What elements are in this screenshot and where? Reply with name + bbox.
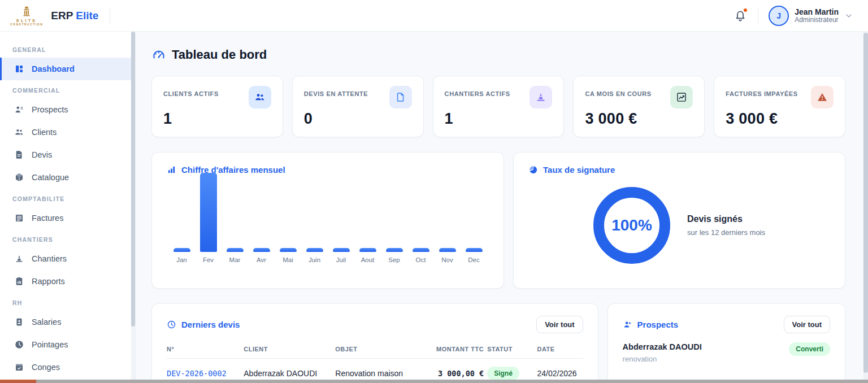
clock-icon	[167, 320, 176, 329]
signature-donut: 100%	[593, 187, 670, 264]
page-scrollbar[interactable]	[863, 32, 868, 383]
sidebar-item-catalogue[interactable]: Catalogue	[0, 166, 135, 189]
sidebar-item-pointages[interactable]: Pointages	[0, 333, 135, 356]
user-info: Jean Martin Administrateur	[795, 7, 839, 24]
pie-chart-icon	[528, 165, 538, 175]
latest-quotes-card: Derniers devis Voir tout N° CLIENT OBJET…	[151, 303, 598, 383]
bottom-progress-bar[interactable]	[0, 380, 868, 383]
bar	[253, 248, 270, 252]
bar-label: Juin	[309, 256, 320, 263]
user-menu[interactable]: J Jean Martin Administrateur	[769, 6, 853, 26]
notification-dot	[744, 8, 747, 12]
bar-column: Nov	[434, 248, 461, 263]
cone-icon	[530, 86, 552, 108]
warning-icon	[811, 86, 834, 108]
col-header-num: N°	[167, 342, 244, 359]
col-header-montant: MONTANT TTC	[420, 342, 487, 359]
quotes-head: Derniers devis Voir tout	[167, 316, 583, 333]
users-icon	[14, 127, 24, 137]
company-logo-icon: ELITE CONSTRUCTION	[10, 5, 43, 27]
sidebar-section-comptabilite: COMPTABILITE	[0, 189, 135, 207]
bar-column: Dec	[461, 248, 487, 263]
sidebar-label: Pointages	[32, 340, 68, 349]
bar-label: Fev	[203, 256, 214, 263]
status-badge: Signé	[487, 367, 519, 380]
sidebar-item-rapports[interactable]: Rapports	[0, 270, 135, 293]
badge-person-icon	[14, 317, 24, 327]
page-scrollbar-thumb[interactable]	[863, 33, 868, 373]
sidebar-label: Clients	[32, 128, 57, 137]
quote-number-link[interactable]: DEV-2026-0002	[167, 359, 244, 381]
header-divider	[758, 7, 758, 24]
sidebar-item-devis[interactable]: Devis	[0, 143, 135, 166]
quotes-view-all-button[interactable]: Voir tout	[536, 316, 583, 333]
notifications-button[interactable]	[733, 8, 748, 23]
page-title: Tableau de bord	[151, 47, 845, 62]
calendar-check-icon	[14, 362, 24, 372]
prospect-status-badge: Converti	[789, 342, 830, 356]
prospect-list-item[interactable]: Abderrazak DAOUDI renovation Converti	[623, 342, 830, 363]
app-body: GENERAL Dashboard COMMERCIAL Prospects C…	[0, 32, 868, 383]
signature-title: Taux de signature	[528, 165, 830, 175]
stat-value: 3 000 €	[585, 110, 693, 128]
sidebar-scrollbar[interactable]	[131, 32, 135, 383]
quote-objet: Renovation maison	[335, 359, 420, 381]
prospect-info: Abderrazak DAOUDI renovation	[623, 342, 702, 363]
cone-icon	[14, 254, 24, 264]
stat-card-ca-mois: CA MOIS EN COURS 3 000 €	[573, 76, 705, 137]
stat-label: FACTURES IMPAYÉES	[726, 90, 798, 97]
quote-date: 24/02/2026	[537, 359, 583, 381]
stat-card-clients-actifs: CLIENTS ACTIFS 1	[151, 76, 283, 137]
bar	[386, 248, 403, 252]
bar-label: Mai	[283, 256, 293, 263]
sidebar-item-conges[interactable]: Conges	[0, 356, 135, 378]
quotes-title-text: Derniers devis	[181, 320, 240, 329]
charts-row: Chiffre d'affaires mensuel JanFevMarAvrM…	[151, 152, 845, 289]
app-title: ERP Elite	[51, 10, 98, 22]
sidebar: GENERAL Dashboard COMMERCIAL Prospects C…	[0, 32, 136, 383]
sidebar-label: Devis	[32, 150, 52, 159]
avatar: J	[769, 6, 789, 26]
quote-montant: 3 000,00 €	[420, 359, 487, 381]
bottom-row: Derniers devis Voir tout N° CLIENT OBJET…	[151, 303, 845, 383]
top-header: ELITE CONSTRUCTION ERP Elite J Jean Mart…	[0, 0, 868, 32]
stat-value: 1	[163, 110, 271, 128]
quotes-table: N° CLIENT OBJET MONTANT TTC STATUT DATE …	[167, 342, 583, 380]
stat-card-factures-impayees: FACTURES IMPAYÉES 3 000 €	[714, 76, 845, 137]
prospect-description: renovation	[623, 355, 702, 363]
quote-table-row[interactable]: DEV-2026-0002 Abderrazak DAOUDI Renovati…	[167, 359, 583, 381]
sidebar-item-factures[interactable]: Factures	[0, 207, 135, 229]
sidebar-item-chantiers[interactable]: Chantiers	[0, 247, 135, 270]
sidebar-section-rh: RH	[0, 293, 135, 311]
bar	[333, 248, 350, 252]
main-content: Tableau de bord CLIENTS ACTIFS 1 DEVIS E…	[136, 32, 868, 383]
sidebar-item-prospects[interactable]: Prospects	[0, 98, 135, 121]
sidebar-section-chantiers: CHANTIERS	[0, 229, 135, 247]
bar-label: Avr	[257, 256, 266, 263]
stat-value: 0	[304, 110, 412, 128]
bar-column: Mar	[222, 248, 248, 263]
bar	[466, 248, 483, 252]
stat-card-chantiers-actifs: CHANTIERS ACTIFS 1	[433, 76, 565, 137]
sidebar-item-clients[interactable]: Clients	[0, 121, 135, 143]
header-actions: J Jean Martin Administrateur	[733, 6, 853, 26]
bar	[280, 248, 297, 252]
prospect-person-icon	[14, 105, 24, 115]
file-icon	[389, 86, 412, 108]
sidebar-item-dashboard[interactable]: Dashboard	[0, 58, 135, 80]
bar-column: Juil	[328, 248, 354, 263]
sidebar-scrollbar-thumb[interactable]	[131, 32, 135, 327]
sidebar-label: Salaries	[32, 317, 61, 327]
logo-subtitle: CONSTRUCTION	[10, 23, 43, 26]
signature-percent: 100%	[611, 216, 652, 234]
col-header-statut: STATUT	[487, 342, 537, 359]
page-title-text: Tableau de bord	[172, 47, 267, 62]
sidebar-item-salaries[interactable]: Salaries	[0, 311, 135, 333]
sidebar-label: Chantiers	[32, 254, 67, 263]
bar-column: Jan	[168, 248, 195, 263]
prospects-view-all-button[interactable]: Voir tout	[784, 316, 830, 333]
app-title-elite: Elite	[76, 10, 98, 21]
sidebar-label: Catalogue	[32, 173, 69, 182]
bar-label: Dec	[468, 256, 479, 263]
sidebar-label: Conges	[32, 363, 60, 372]
